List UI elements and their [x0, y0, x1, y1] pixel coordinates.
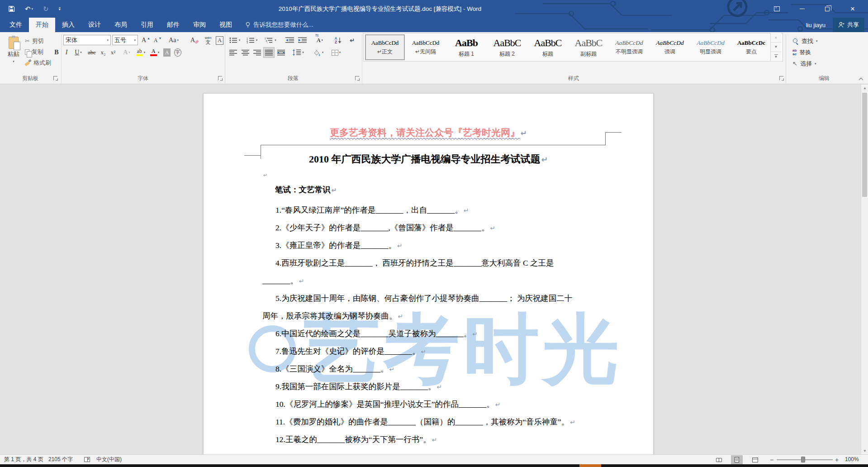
- asian-layout-button[interactable]: ⇆A ▾: [312, 35, 327, 46]
- document-line[interactable]: 9.我国第一部在国际上获奖的影片是_______。↵: [262, 378, 607, 396]
- style-normal[interactable]: AaBbCcDd ↵正文: [365, 34, 405, 60]
- read-mode-button[interactable]: [713, 455, 725, 464]
- bullets-button[interactable]: ▾: [228, 35, 242, 46]
- document-line[interactable]: 2.《少年天子》的作者是_______,《曾国藩》作者是_______。↵: [262, 219, 607, 237]
- tab-view[interactable]: 视图: [213, 18, 239, 32]
- gallery-more-button[interactable]: ▼: [771, 52, 781, 62]
- shrink-font-button[interactable]: A▼: [152, 35, 163, 46]
- scroll-up-icon[interactable]: ▲: [861, 86, 868, 90]
- header-note[interactable]: 更多艺考资料，请关注公众号『艺考时光网』↵: [204, 126, 653, 139]
- style-subtle-emphasis[interactable]: AaBbCcDd 不明显强调: [609, 34, 649, 60]
- shading-button[interactable]: ▾: [310, 47, 326, 58]
- document-line[interactable]: 5.为庆祝建国十周年，由陈钢、何占豪创作了小提琴协奏曲_______； 为庆祝建…: [262, 290, 607, 307]
- font-color-button[interactable]: A▾: [148, 47, 161, 58]
- proofing-status[interactable]: [84, 455, 90, 464]
- borders-button[interactable]: ▾: [328, 47, 344, 58]
- style-heading-1[interactable]: AaBb 标题 1: [446, 34, 486, 60]
- document-line[interactable]: 周年，殷承宗将其改编为钢琴协奏曲。↵: [262, 307, 607, 325]
- tab-layout[interactable]: 布局: [108, 18, 134, 32]
- restore-button[interactable]: [815, 0, 840, 18]
- phonetic-guide-button[interactable]: wén文: [203, 35, 213, 46]
- bold-button[interactable]: B: [52, 47, 62, 58]
- highlight-color-button[interactable]: ab▾: [134, 47, 147, 58]
- tab-file[interactable]: 文件: [3, 18, 29, 32]
- style-intense-emphasis[interactable]: AaBbCcDd 明显强调: [691, 34, 730, 60]
- scrollbar-thumb[interactable]: [862, 93, 867, 197]
- document-line[interactable]: 12.王羲之的_______被称为“天下第一行书”。↵: [262, 431, 607, 448]
- grow-font-button[interactable]: A▲: [140, 35, 152, 46]
- gallery-scroll-up-button[interactable]: ▲: [771, 33, 781, 43]
- character-border-button[interactable]: A: [214, 35, 225, 46]
- align-right-button[interactable]: [251, 47, 263, 58]
- redo-button[interactable]: ↻: [41, 4, 51, 14]
- vertical-scrollbar[interactable]: ▲ ▼: [861, 85, 868, 454]
- styles-dialog-launcher[interactable]: [779, 76, 783, 80]
- language-indicator[interactable]: 中文(中国): [96, 455, 122, 464]
- minimize-button[interactable]: [789, 0, 815, 18]
- style-subtitle[interactable]: AaBbC 副标题: [569, 34, 608, 60]
- strikethrough-button[interactable]: abc: [86, 47, 98, 58]
- document-line[interactable]: 7.鲁迅先生对《史记》的评价是_______。↵: [262, 343, 607, 360]
- replace-button[interactable]: abac 替换: [792, 47, 811, 57]
- numbering-button[interactable]: 123 ▾: [245, 35, 259, 46]
- style-heading-2[interactable]: AaBbC 标题 2: [487, 34, 527, 60]
- web-layout-button[interactable]: [749, 455, 761, 464]
- align-center-button[interactable]: [240, 47, 251, 58]
- decrease-indent-button[interactable]: [284, 35, 296, 46]
- customize-qat-button[interactable]: ▾: [57, 5, 62, 13]
- document-line[interactable]: 6.中国近代的绘画之父是_______吴道子被称为_______。↵: [262, 325, 607, 343]
- style-strong[interactable]: AaBbCcDc 要点: [731, 34, 771, 60]
- align-left-button[interactable]: [228, 47, 239, 58]
- zoom-in-button[interactable]: +: [835, 455, 839, 465]
- zoom-level[interactable]: 100%: [845, 455, 859, 464]
- save-button[interactable]: [6, 4, 17, 14]
- underline-button[interactable]: U▾: [71, 47, 85, 58]
- ribbon-display-options-button[interactable]: [764, 0, 789, 18]
- share-button[interactable]: 共享: [833, 18, 864, 32]
- scroll-down-icon[interactable]: ▼: [861, 449, 868, 453]
- empty-paragraph[interactable]: ↵: [262, 172, 267, 179]
- word-count[interactable]: 2105 个字: [48, 455, 73, 464]
- subscript-button[interactable]: x₂: [99, 47, 108, 58]
- section-heading[interactable]: 笔试：文艺常识↵: [275, 184, 337, 195]
- cut-button[interactable]: ✂ 剪切: [25, 36, 61, 46]
- format-painter-button[interactable]: 格式刷: [25, 57, 61, 68]
- clear-formatting-button[interactable]: A: [187, 35, 202, 46]
- style-title[interactable]: AaBbC 标题: [528, 34, 568, 60]
- gallery-scroll-down-button[interactable]: ▼: [771, 43, 781, 52]
- find-button[interactable]: 查找 ▾: [792, 36, 818, 46]
- zoom-slider-thumb[interactable]: [801, 457, 805, 462]
- document-line[interactable]: 11.《费加罗的婚礼》的曲作者是_______（国籍）的_______，其被称为…: [262, 413, 607, 431]
- font-name-combobox[interactable]: 宋体▾: [63, 35, 111, 45]
- document-line[interactable]: 8.《三国演义》全名为_______。↵: [262, 360, 607, 378]
- collapse-ribbon-button[interactable]: [859, 77, 863, 80]
- increase-indent-button[interactable]: [297, 35, 308, 46]
- font-dialog-launcher[interactable]: [218, 76, 222, 80]
- paragraph-dialog-launcher[interactable]: [355, 76, 359, 80]
- document-line[interactable]: 1.“春风又绿江南岸”的作者是_______，出自_______。↵: [262, 201, 607, 219]
- font-size-combobox[interactable]: 五号▾: [112, 35, 138, 45]
- tell-me-box[interactable]: 告诉我您想要做什么...: [239, 18, 320, 32]
- print-layout-button[interactable]: [731, 455, 743, 464]
- change-case-button[interactable]: Aa▾: [165, 35, 183, 46]
- superscript-button[interactable]: x²: [109, 47, 118, 58]
- document-line[interactable]: 3.《雍正皇帝》的作者是_______。↵: [262, 237, 607, 254]
- select-button[interactable]: ↖ 选择 ▾: [792, 58, 816, 69]
- multilevel-list-button[interactable]: 1ai ▾: [263, 35, 278, 46]
- distribute-button[interactable]: [275, 47, 287, 58]
- style-no-spacing[interactable]: AaBbCcDd ↵无间隔: [406, 34, 446, 60]
- document-line[interactable]: 4.西班牙歌剧之王是_______， 西班牙的抒情之王是_______意大利高音…: [262, 254, 607, 272]
- italic-button[interactable]: I: [62, 47, 71, 58]
- show-marks-button[interactable]: ↵: [346, 35, 358, 46]
- document-line[interactable]: _______。↵: [262, 272, 607, 290]
- tab-insert[interactable]: 插入: [55, 18, 81, 32]
- undo-button[interactable]: ↶▾: [23, 4, 35, 14]
- document-page[interactable]: 艺考时光 更多艺考资料，请关注公众号『艺考时光网』↵ 2010 年广西民族大学广…: [203, 93, 654, 454]
- tab-design[interactable]: 设计: [81, 18, 108, 32]
- document-line[interactable]: 10.《尼罗河上的惨案》是英国“推理小说女王”的作品_______。↵: [262, 396, 607, 413]
- style-emphasis[interactable]: AaBbCcDd 强调: [650, 34, 690, 60]
- line-spacing-button[interactable]: ▾: [290, 47, 306, 58]
- character-shading-button[interactable]: A: [162, 47, 172, 58]
- page-indicator[interactable]: 第 1 页，共 4 页: [4, 455, 43, 464]
- text-effects-button[interactable]: A▾: [120, 47, 133, 58]
